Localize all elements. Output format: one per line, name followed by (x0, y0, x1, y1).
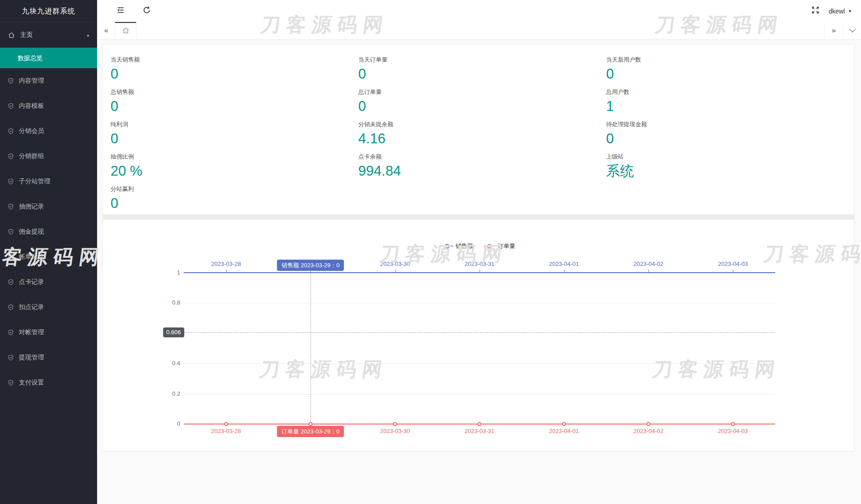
tabs-menu-button[interactable] (843, 22, 861, 39)
sidebar-item-4[interactable]: 分销群组 (0, 144, 97, 169)
sidebar-item-label: 佣金提现 (19, 228, 44, 236)
legend-item-2[interactable]: 订单量 (484, 242, 515, 250)
stat-value: 0 (358, 99, 606, 113)
stat-label: 当天订单量 (358, 56, 606, 64)
sidebar-item-2[interactable]: 内容模板 (0, 93, 97, 119)
stat-item: 当天订单量0 (358, 56, 606, 88)
stats-column-2: 当天订单量0总订单量0分销未提余额4.16点卡余额994.84 (358, 56, 606, 217)
data-point-orders (478, 422, 482, 426)
sidebar-item-12[interactable]: 提现管理 (0, 345, 97, 370)
sidebar-item-1[interactable]: 内容管理 (0, 68, 97, 93)
x-axis-bottom-label: 2023-04-02 (628, 428, 669, 434)
user-dropdown[interactable]: dkewl ▼ (823, 0, 857, 22)
sidebar-item-11[interactable]: 对帐管理 (0, 320, 97, 345)
home-icon (8, 32, 15, 39)
sidebar-item-label: 内容管理 (19, 77, 44, 85)
menu-collapse-button[interactable] (111, 0, 130, 22)
sidebar-item-label: 扣点记录 (19, 303, 44, 311)
sidebar-item-9[interactable]: 点卡记录 (0, 270, 97, 295)
stat-value: 1 (606, 99, 854, 113)
tabs-scroll-left-button[interactable]: « (97, 22, 115, 39)
axis-pointer-horizontal (184, 332, 775, 333)
sidebar-item-label: 支付设置 (19, 379, 44, 387)
x-axis-top-label: 2023-04-02 (628, 261, 669, 267)
sidebar-item-3[interactable]: 分销会员 (0, 119, 97, 144)
shield-check-icon (8, 279, 14, 285)
chevron-down-icon (849, 26, 855, 32)
x-axis-bottom-label: 2023-03-28 (206, 428, 246, 434)
y-axis-label: 0.8 (162, 299, 180, 306)
stat-label: 待处理提现金额 (606, 120, 854, 128)
data-point-orders (224, 422, 228, 426)
x-axis-top-pointer-label: 销售额 2023-03-29：0 (277, 260, 344, 271)
shield-check-icon (8, 329, 14, 336)
stat-value: 0 (111, 99, 358, 113)
data-point-orders (731, 422, 735, 426)
sidebar-item-13[interactable]: 支付设置 (0, 370, 97, 395)
stat-label: 当天新用户数 (606, 56, 854, 64)
stat-item: 上级站系统 (606, 153, 854, 185)
stat-value: 0 (606, 67, 854, 81)
x-axis-top-tick (395, 270, 395, 272)
shield-check-icon (8, 203, 14, 210)
sidebar-item-home[interactable]: 主页 ▲ (0, 22, 97, 48)
data-point-orders (393, 422, 397, 426)
stat-value: 0 (111, 196, 358, 210)
x-axis-bottom-label: 2023-03-31 (459, 428, 500, 434)
tab-home[interactable] (115, 22, 137, 39)
stat-value: 20 % (111, 164, 358, 178)
stat-item: 抽佣比例20 % (111, 153, 358, 185)
stat-item: 纯利润0 (111, 120, 358, 153)
shield-check-icon (8, 128, 14, 134)
x-axis-top-tick (479, 270, 480, 272)
sidebar-item-7[interactable]: 佣金提现 (0, 219, 97, 244)
sidebar-item-label: 子分站管理 (19, 177, 50, 186)
sidebar-item-label: 对帐管理 (19, 328, 44, 336)
card-divider (102, 215, 854, 219)
y-axis-label: 1 (162, 269, 180, 276)
sidebar-item-6[interactable]: 抽佣记录 (0, 194, 97, 219)
stat-value: 0 (111, 67, 358, 81)
sidebar-item-label: 提现管理 (19, 354, 44, 362)
x-axis-top-label: 2023-04-01 (544, 261, 584, 267)
chart-legend: 销售额订单量 (103, 242, 854, 250)
stat-label: 总订单量 (358, 88, 606, 96)
y-gridline (184, 394, 775, 394)
x-axis-top-label: 2023-03-28 (206, 261, 246, 267)
y-axis-pointer-label: 0.606 (163, 327, 184, 337)
sidebar: 九块九进群系统 主页 ▲ 数据总览 内容管理内容模板分销会员分销群组子分站管理抽… (0, 0, 97, 504)
username: dkewl (829, 8, 845, 15)
sidebar-item-5[interactable]: 子分站管理 (0, 169, 97, 194)
y-axis-label: 0.4 (162, 360, 180, 367)
stat-label: 分销未提余额 (358, 120, 606, 128)
sidebar-item-8[interactable]: 帐单记录 (0, 244, 97, 270)
shield-check-icon (8, 229, 14, 235)
legend-label: 订单量 (498, 242, 515, 250)
y-axis-label: 0.2 (162, 390, 180, 397)
sidebar-item-10[interactable]: 扣点记录 (0, 295, 97, 320)
stat-label: 当天销售额 (111, 56, 358, 64)
sidebar-item-label: 抽佣记录 (19, 203, 44, 211)
shield-check-icon (8, 304, 14, 310)
sidebar-menu: 内容管理内容模板分销会员分销群组子分站管理抽佣记录佣金提现帐单记录点卡记录扣点记… (0, 68, 97, 395)
refresh-button[interactable] (137, 0, 156, 22)
x-axis-top-label: 2023-03-30 (375, 261, 415, 267)
x-axis-bottom-label: 2023-03-30 (375, 428, 415, 434)
x-axis-top-tick (648, 270, 649, 272)
legend-item-1[interactable]: 销售额 (442, 242, 473, 250)
sidebar-item-data-overview[interactable]: 数据总览 (0, 48, 97, 68)
tabs-scroll-right-button[interactable]: » (824, 22, 842, 39)
y-gridline (184, 363, 775, 364)
stat-item: 总销售额0 (111, 88, 358, 120)
x-axis-bottom-label: 2023-04-03 (713, 428, 753, 434)
shield-check-icon (8, 103, 14, 109)
shield-check-icon (8, 153, 14, 159)
data-point-orders (562, 422, 566, 426)
caret-down-icon: ▼ (848, 9, 852, 13)
stat-value[interactable]: 系统 (606, 164, 854, 178)
stats-column-1: 当天销售额0总销售额0纯利润0抽佣比例20 %分站赢利0 (111, 56, 358, 217)
fullscreen-button[interactable] (805, 0, 825, 22)
data-point-orders (647, 422, 651, 426)
sidebar-item-label: 分销会员 (19, 127, 44, 135)
shield-check-icon (8, 254, 14, 260)
